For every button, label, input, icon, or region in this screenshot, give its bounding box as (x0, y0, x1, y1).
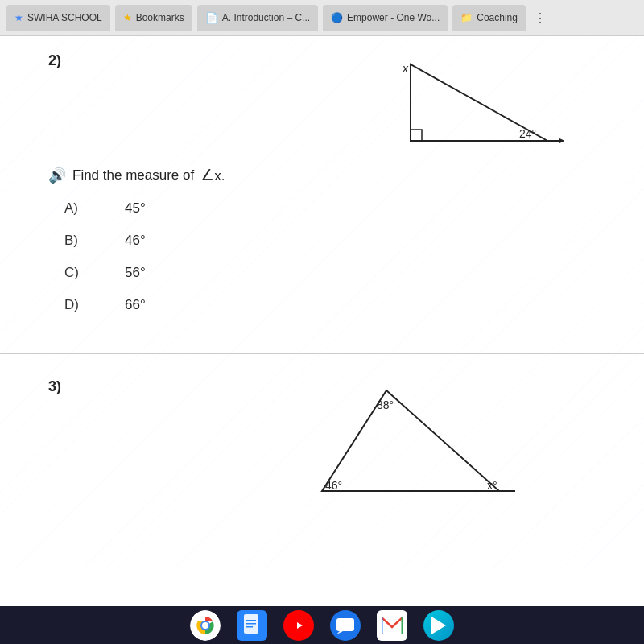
question-3-area: 3) 88° 46° x° (0, 378, 644, 499)
browser-tab-bar: ★ SWIHA SCHOOL ★ Bookmarks 📄 A. Introduc… (0, 0, 644, 36)
question-2-area: 2) x 24° 🔊 Find the measure of (0, 36, 644, 329)
svg-point-8 (202, 622, 208, 629)
choice-b-value: 46° (125, 233, 146, 249)
choice-d-row[interactable]: D) 66° (64, 297, 596, 313)
speaker-icon: 🔊 (48, 167, 66, 184)
choice-c-value: 56° (125, 265, 146, 281)
prompt-text: Find the measure of (72, 167, 194, 184)
triangle-diagram-q2: x 24° (378, 52, 564, 160)
triangle-svg-q3: 88° 46° x° (282, 378, 523, 507)
angle-x-text: ∠x. (200, 166, 225, 184)
choice-c-row[interactable]: C) 56° (64, 265, 596, 281)
tab-empower-icon: 🔵 (331, 12, 343, 23)
tab-empower[interactable]: 🔵 Empower - One Wo... (323, 5, 448, 31)
messages-svg (335, 615, 356, 636)
triangle-svg-q2: x 24° (378, 52, 564, 157)
tab-coaching-icon: 📁 (460, 12, 473, 23)
bottom-left-angle-label: 46° (325, 479, 342, 492)
tab-coaching-label: Coaching (477, 12, 518, 23)
svg-rect-15 (336, 618, 354, 631)
svg-marker-16 (336, 631, 343, 634)
svg-marker-4 (322, 390, 499, 491)
svg-rect-12 (246, 626, 253, 628)
triangle-diagram-q3: 88° 46° x° (282, 378, 523, 510)
tab-bookmarks[interactable]: ★ Bookmarks (115, 5, 192, 31)
section-divider (0, 353, 644, 354)
svg-marker-3 (559, 138, 564, 143)
main-content: 2) x 24° 🔊 Find the measure of (0, 36, 644, 606)
choice-d-value: 66° (125, 297, 146, 313)
gmail-svg (382, 617, 402, 634)
svg-marker-20 (431, 617, 446, 634)
choice-a-value: 45° (125, 200, 146, 217)
choice-d-label: D) (64, 297, 85, 313)
play-icon[interactable] (423, 610, 454, 641)
choice-a-label: A) (64, 200, 85, 217)
svg-rect-10 (246, 620, 256, 621)
tab-swiha[interactable]: ★ SWIHA SCHOOL (6, 5, 110, 31)
angle-x-label: x (402, 62, 409, 75)
tab-swiha-icon: ★ (14, 12, 23, 23)
tab-bookmarks-label: Bookmarks (136, 12, 184, 23)
messages-icon[interactable] (330, 610, 361, 641)
play-svg (430, 615, 448, 636)
angle-24-label: 24° (519, 127, 536, 140)
choice-a-row[interactable]: A) 45° (64, 200, 596, 217)
svg-rect-11 (246, 623, 256, 625)
youtube-svg (290, 619, 308, 632)
taskbar (0, 606, 644, 644)
svg-rect-1 (411, 130, 422, 141)
docs-svg (242, 614, 262, 637)
bottom-right-angle-label: x° (487, 479, 497, 492)
tab-empower-label: Empower - One Wo... (347, 12, 440, 23)
youtube-icon[interactable] (283, 610, 314, 641)
tab-coaching[interactable]: 📁 Coaching (452, 5, 526, 31)
tab-introduction-icon: 📄 (205, 12, 218, 24)
tab-introduction-label: A. Introduction – C... (222, 12, 310, 23)
question-prompt: 🔊 Find the measure of ∠x. (48, 166, 596, 184)
docs-icon[interactable] (237, 610, 267, 641)
choice-b-row[interactable]: B) 46° (64, 233, 596, 249)
choice-b-label: B) (64, 233, 85, 249)
choice-c-label: C) (64, 265, 85, 281)
answer-choices: A) 45° B) 46° C) 56° D) 66° (64, 200, 596, 313)
more-tabs-icon[interactable]: ⋮ (534, 10, 547, 26)
gmail-icon[interactable] (377, 610, 407, 641)
tab-introduction[interactable]: 📄 A. Introduction – C... (197, 5, 318, 31)
top-angle-label: 88° (377, 398, 394, 411)
tab-bookmarks-icon: ★ (123, 12, 132, 23)
chrome-svg (190, 610, 221, 641)
tab-swiha-label: SWIHA SCHOOL (27, 12, 102, 23)
chrome-icon[interactable] (190, 610, 221, 641)
